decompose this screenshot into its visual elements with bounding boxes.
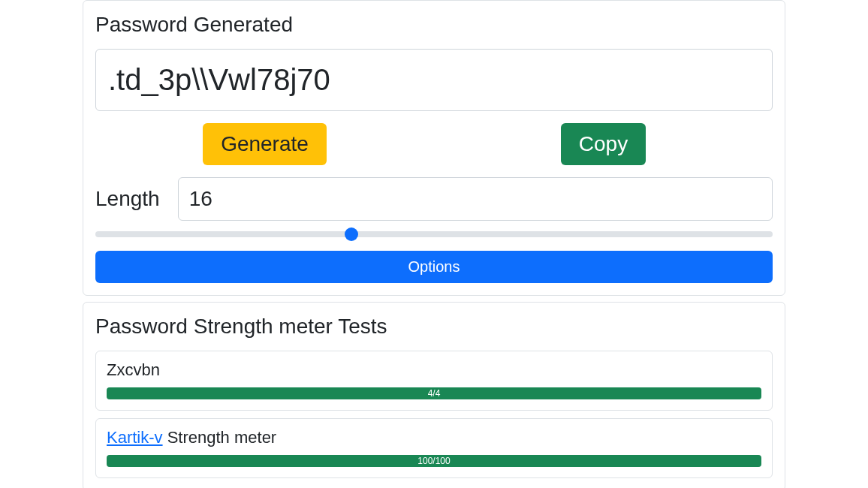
length-label: Length [95, 187, 160, 211]
strength-progress: 4/4 [107, 387, 761, 399]
strength-test-name-suffix: Strength meter [163, 428, 277, 447]
options-button[interactable]: Options [95, 251, 773, 283]
strength-progress-bar: 4/4 [107, 387, 761, 399]
length-row: Length [95, 177, 773, 221]
length-input[interactable] [178, 177, 773, 221]
length-slider-wrap [95, 227, 773, 240]
strength-test-link[interactable]: Kartik-v [107, 428, 163, 447]
copy-button[interactable]: Copy [561, 123, 646, 165]
strength-progress-bar: 100/100 [107, 455, 761, 467]
password-generated-panel: Password Generated Generate Copy Length … [83, 0, 785, 296]
generator-button-row: Generate Copy [95, 123, 773, 165]
generate-button[interactable]: Generate [203, 123, 327, 165]
strength-progress: 100/100 [107, 455, 761, 467]
strength-tests-heading: Password Strength meter Tests [95, 315, 773, 339]
strength-tests-panel: Password Strength meter Tests Zxcvbn 4/4… [83, 302, 785, 488]
length-slider[interactable] [95, 231, 773, 237]
strength-test-item: Zxcvbn 4/4 [95, 351, 773, 411]
strength-test-name-text: Zxcvbn [107, 360, 160, 379]
password-output[interactable] [95, 49, 773, 111]
strength-test-name: Zxcvbn [107, 360, 761, 380]
strength-test-item: Kartik-v Strength meter 100/100 [95, 418, 773, 478]
strength-test-name: Kartik-v Strength meter [107, 428, 761, 447]
password-generated-heading: Password Generated [95, 13, 773, 37]
